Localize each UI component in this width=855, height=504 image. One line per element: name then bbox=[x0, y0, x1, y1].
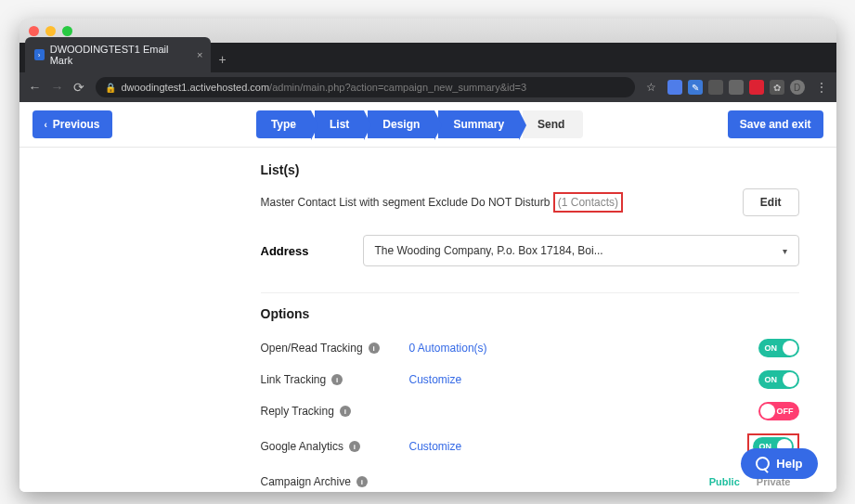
close-window-dot[interactable] bbox=[29, 26, 39, 36]
link-tracking-label: Link Tracking bbox=[261, 373, 327, 386]
url-path: /admin/main.php?action=campaign_new_summ… bbox=[269, 82, 526, 93]
link-tracking-toggle[interactable]: ON bbox=[758, 370, 799, 389]
tab-title: DWOODINGTEST1 Email Mark bbox=[50, 44, 185, 66]
browser-toolbar: ← → ⟳ 🔒 dwoodingtest1.activehosted.com/a… bbox=[19, 72, 836, 102]
address-select[interactable]: The Wooding Company, P.o. Box 17184, Boi… bbox=[363, 235, 799, 266]
address-bar[interactable]: 🔒 dwoodingtest1.activehosted.com/admin/m… bbox=[96, 77, 635, 97]
public-option[interactable]: Public bbox=[701, 472, 748, 489]
close-tab-icon[interactable]: × bbox=[197, 49, 202, 60]
previous-label: Previous bbox=[53, 118, 100, 131]
help-button[interactable]: Help bbox=[741, 448, 817, 479]
step-list[interactable]: List bbox=[315, 110, 364, 138]
ext-icon[interactable]: D bbox=[790, 80, 805, 95]
step-design[interactable]: Design bbox=[368, 110, 434, 138]
ext-icon[interactable] bbox=[667, 80, 682, 95]
address-label: Address bbox=[261, 244, 326, 258]
lists-title: List(s) bbox=[261, 162, 799, 177]
app-topbar: ‹Previous Type List Design Summary Send … bbox=[19, 102, 836, 148]
list-text-main: Master Contact List with segment Exclude… bbox=[261, 196, 551, 209]
info-icon[interactable]: i bbox=[331, 374, 343, 385]
edit-list-button[interactable]: Edit bbox=[743, 188, 799, 216]
google-analytics-label: Google Analytics bbox=[261, 440, 343, 453]
info-icon[interactable]: i bbox=[340, 406, 351, 417]
ext-icon[interactable] bbox=[749, 80, 764, 95]
info-icon[interactable]: i bbox=[349, 441, 360, 452]
ga-customize[interactable]: Customize bbox=[409, 440, 747, 453]
link-tracking-customize[interactable]: Customize bbox=[409, 373, 758, 386]
ext-icon[interactable] bbox=[729, 80, 744, 95]
options-title: Options bbox=[261, 306, 799, 321]
info-icon[interactable]: i bbox=[369, 342, 380, 354]
automations-link[interactable]: 0 Automation(s) bbox=[409, 342, 758, 355]
browser-tabstrip: › DWOODINGTEST1 Email Mark × + bbox=[19, 43, 836, 72]
minimize-window-dot[interactable] bbox=[45, 26, 56, 36]
open-read-toggle[interactable]: ON bbox=[758, 339, 799, 357]
open-read-label: Open/Read Tracking bbox=[261, 342, 363, 355]
ext-icon[interactable]: ✎ bbox=[688, 80, 703, 95]
forward-icon[interactable]: → bbox=[51, 80, 64, 95]
star-icon[interactable]: ☆ bbox=[646, 81, 656, 94]
step-type[interactable]: Type bbox=[256, 110, 311, 138]
maximize-window-dot[interactable] bbox=[62, 26, 72, 36]
help-icon bbox=[756, 457, 770, 471]
favicon-icon: › bbox=[34, 49, 45, 60]
address-value: The Wooding Company, P.o. Box 17184, Boi… bbox=[375, 244, 603, 257]
step-send[interactable]: Send bbox=[523, 110, 583, 138]
ext-icon[interactable]: ✿ bbox=[770, 80, 784, 95]
lock-icon: 🔒 bbox=[105, 83, 116, 93]
campaign-archive-label: Campaign Archive bbox=[261, 475, 351, 488]
info-icon[interactable]: i bbox=[356, 476, 368, 487]
reload-icon[interactable]: ⟳ bbox=[73, 80, 84, 95]
ext-icon[interactable] bbox=[708, 80, 723, 95]
extensions: ✎ ✿ D bbox=[667, 80, 805, 95]
list-description: Master Contact List with segment Exclude… bbox=[261, 196, 624, 209]
previous-button[interactable]: ‹Previous bbox=[32, 110, 112, 138]
reply-tracking-label: Reply Tracking bbox=[261, 405, 334, 418]
new-tab-button[interactable]: + bbox=[211, 46, 235, 72]
save-and-exit-button[interactable]: Save and exit bbox=[728, 110, 823, 138]
help-label: Help bbox=[776, 457, 802, 471]
back-icon[interactable]: ← bbox=[29, 80, 42, 95]
progress-steps: Type List Design Summary Send bbox=[112, 110, 728, 138]
chevron-down-icon: ▾ bbox=[783, 246, 787, 256]
contacts-count: (1 Contacts) bbox=[553, 192, 623, 213]
menu-icon[interactable]: ⋮ bbox=[816, 81, 827, 94]
url-host: dwoodingtest1.activehosted.com bbox=[122, 82, 270, 93]
step-summary[interactable]: Summary bbox=[438, 110, 519, 138]
main-content: List(s) Master Contact List with segment… bbox=[19, 148, 836, 489]
browser-tab[interactable]: › DWOODINGTEST1 Email Mark × bbox=[25, 37, 211, 72]
reply-tracking-toggle[interactable]: OFF bbox=[758, 402, 799, 420]
